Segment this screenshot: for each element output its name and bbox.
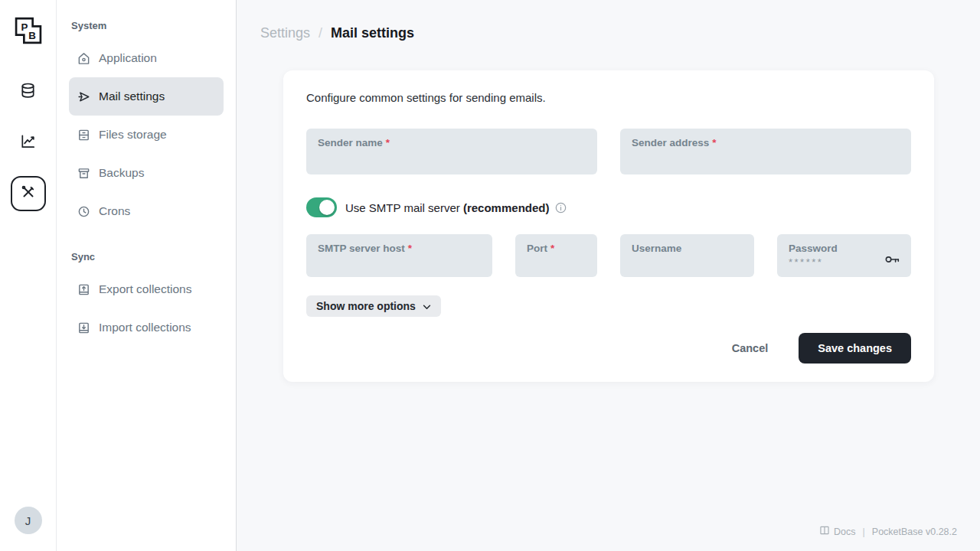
- sidebar-item-label: Export collections: [99, 282, 191, 296]
- port-label: Port*: [527, 243, 586, 254]
- password-masked-value[interactable]: ******: [789, 256, 900, 268]
- sidebar-item-import-collections[interactable]: Import collections: [69, 308, 224, 347]
- required-mark: *: [386, 137, 390, 148]
- sidebar-item-application[interactable]: Application: [69, 39, 224, 77]
- breadcrumb: Settings / Mail settings: [237, 0, 980, 41]
- port-input[interactable]: [527, 256, 586, 269]
- smtp-toggle[interactable]: [306, 197, 337, 217]
- save-changes-button[interactable]: Save changes: [799, 333, 911, 364]
- sender-name-label: Sender name*: [318, 137, 586, 148]
- chevron-down-icon: [423, 300, 431, 312]
- svg-text:P: P: [21, 21, 28, 33]
- rail-nav: [11, 82, 46, 211]
- docs-link[interactable]: Docs: [819, 525, 855, 538]
- smtp-host-field[interactable]: SMTP server host*: [306, 234, 492, 277]
- send-icon: [77, 90, 90, 103]
- svg-text:B: B: [28, 30, 36, 41]
- clock-icon: [77, 205, 90, 218]
- mail-settings-card: Configure common settings for sending em…: [283, 70, 934, 382]
- username-label: Username: [632, 243, 743, 254]
- breadcrumb-settings-link[interactable]: Settings: [260, 25, 310, 41]
- icon-rail: P B: [0, 0, 57, 551]
- sidebar-section-title: Sync: [71, 251, 221, 262]
- version-label: PocketBase v0.28.2: [872, 527, 957, 537]
- password-field[interactable]: Password ******: [777, 234, 911, 277]
- tools-icon: [20, 184, 37, 204]
- info-icon[interactable]: [555, 202, 567, 214]
- sender-name-field[interactable]: Sender name*: [306, 129, 597, 174]
- main-content: Settings / Mail settings Configure commo…: [237, 0, 980, 551]
- sidebar-item-mail-settings[interactable]: Mail settings: [69, 77, 224, 116]
- sidebar-item-label: Mail settings: [99, 90, 165, 103]
- settings-sidebar: System Application Mail settings: [57, 0, 237, 551]
- username-field[interactable]: Username: [620, 234, 754, 277]
- card-intro-text: Configure common settings for sending em…: [306, 91, 911, 104]
- home-icon: [77, 52, 90, 65]
- export-icon: [77, 283, 90, 296]
- book-icon: [819, 525, 830, 538]
- user-avatar[interactable]: J: [15, 507, 42, 534]
- required-mark: *: [408, 243, 412, 254]
- database-icon: [19, 82, 37, 103]
- pocketbase-logo[interactable]: P B: [14, 16, 43, 48]
- show-more-options-button[interactable]: Show more options: [306, 295, 441, 317]
- sidebar-item-label: Backups: [99, 166, 144, 180]
- port-field[interactable]: Port*: [515, 234, 597, 277]
- page-title: Mail settings: [331, 25, 414, 41]
- sidebar-item-crons[interactable]: Crons: [69, 192, 224, 230]
- smtp-host-label: SMTP server host*: [318, 243, 481, 254]
- sidebar-item-label: Application: [99, 51, 157, 65]
- smtp-toggle-label[interactable]: Use SMTP mail server (recommended): [345, 201, 549, 214]
- key-icon[interactable]: [885, 254, 900, 265]
- breadcrumb-separator: /: [318, 25, 322, 41]
- import-icon: [77, 321, 90, 334]
- sender-address-input[interactable]: [632, 151, 900, 163]
- footer: Docs | PocketBase v0.28.2: [819, 525, 957, 538]
- sidebar-item-label: Files storage: [99, 128, 167, 142]
- password-label: Password: [789, 243, 900, 254]
- storage-icon: [77, 129, 90, 142]
- sender-fields-row: Sender name* Sender address*: [306, 129, 911, 174]
- required-mark: *: [712, 137, 716, 148]
- footer-separator: |: [863, 527, 865, 537]
- logs-nav-button[interactable]: [19, 132, 37, 153]
- sidebar-section-title: System: [71, 20, 221, 31]
- sidebar-item-files-storage[interactable]: Files storage: [69, 116, 224, 154]
- sidebar-item-label: Crons: [99, 204, 130, 218]
- backup-icon: [77, 167, 90, 180]
- sender-name-input[interactable]: [318, 151, 586, 163]
- smtp-fields-row: SMTP server host* Port* Username Passwor…: [306, 234, 911, 277]
- sidebar-item-label: Import collections: [99, 321, 191, 334]
- cancel-button[interactable]: Cancel: [732, 342, 769, 354]
- smtp-toggle-row: Use SMTP mail server (recommended): [306, 197, 911, 217]
- sender-address-field[interactable]: Sender address*: [620, 129, 911, 174]
- form-actions: Cancel Save changes: [306, 333, 911, 364]
- required-mark: *: [550, 243, 554, 254]
- sidebar-item-export-collections[interactable]: Export collections: [69, 270, 224, 308]
- settings-nav-button[interactable]: [11, 176, 46, 211]
- smtp-host-input[interactable]: [318, 256, 481, 269]
- username-input[interactable]: [632, 256, 743, 269]
- sidebar-item-backups[interactable]: Backups: [69, 154, 224, 192]
- chart-icon: [19, 132, 37, 153]
- sender-address-label: Sender address*: [632, 137, 900, 148]
- collections-nav-button[interactable]: [19, 82, 37, 103]
- toggle-knob: [319, 200, 335, 215]
